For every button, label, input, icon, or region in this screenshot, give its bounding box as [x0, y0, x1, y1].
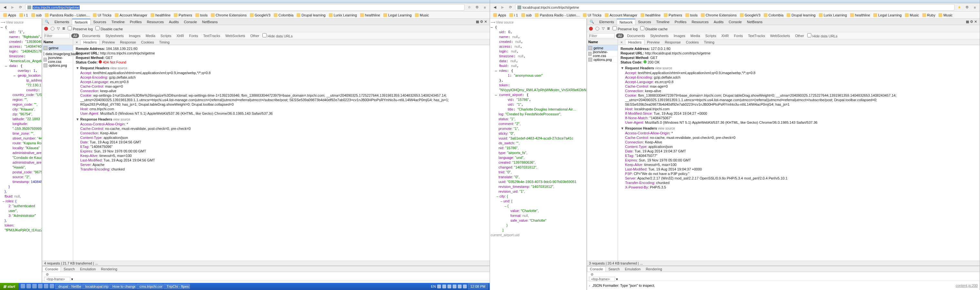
bookmark-star-icon[interactable]: ☆	[466, 5, 472, 10]
start-button[interactable]: ⊞start	[0, 283, 18, 290]
devtools-tab-network[interactable]: Network	[72, 19, 91, 25]
timeline-icon[interactable]: ≣	[607, 27, 610, 31]
filter-input[interactable]	[589, 33, 615, 38]
bookmark-item[interactable]: Pandora Radio - Listen…	[43, 13, 91, 17]
quicklaunch-icon[interactable]	[26, 284, 31, 288]
request-row[interactable]: jsonview-core.css	[42, 57, 73, 62]
devtools-drawer-toggle[interactable]: ▦ ⚙ ✕	[473, 19, 490, 25]
bookmark-item[interactable]: Chrome Extensions	[210, 13, 248, 17]
filter-pill-xhr[interactable]: XHR	[719, 33, 730, 38]
header-section[interactable]: ▼ Response Headers view source	[620, 126, 977, 131]
forward-button[interactable]: ▶	[500, 5, 506, 10]
name-header[interactable]: Name	[587, 39, 618, 45]
taskbar-task[interactable]: How to change PHP v…	[109, 284, 136, 289]
bookmark-item[interactable]: Apps	[2, 13, 18, 17]
devtools-tab-console[interactable]: Console	[726, 19, 745, 25]
tab-strip[interactable]	[490, 0, 980, 3]
devtools-drawer-toggle[interactable]: ▦ ⚙ ✕	[963, 19, 980, 25]
tray-icon[interactable]	[442, 285, 446, 288]
menu-icon[interactable]: ≡	[482, 5, 488, 10]
drawer-tab-console[interactable]: Console	[587, 266, 606, 272]
disable-cache-checkbox[interactable]: Disable cache	[95, 26, 123, 31]
bookmark-item[interactable]: i 1	[18, 13, 29, 17]
filter-pill-images[interactable]: Images	[672, 33, 687, 38]
detail-tab-cookies[interactable]: Cookies	[138, 39, 157, 45]
drawer-tab-emulation[interactable]: Emulation	[622, 266, 643, 272]
filter-pill-all[interactable]: All	[616, 33, 624, 38]
filter-pill-texttracks[interactable]: TextTracks	[746, 33, 767, 38]
detail-tab-preview[interactable]: Preview	[100, 39, 117, 45]
headers-body-right[interactable]: Remote Address: 127.0.0.1:80Request URL:…	[618, 45, 980, 261]
detail-tab-response[interactable]: Response	[662, 39, 683, 45]
tray-icon[interactable]	[463, 285, 467, 288]
devtools-tab-resources[interactable]: Resources	[144, 19, 166, 25]
filter-pill-stylesheets[interactable]: Stylesheets	[103, 33, 126, 38]
bookmark-item[interactable]: healthline	[849, 13, 871, 17]
detail-tab-headers[interactable]: Headers	[625, 39, 644, 45]
clear-button[interactable]	[595, 27, 599, 31]
filter-pill-xhr[interactable]: XHR	[174, 33, 186, 38]
bookmark-item[interactable]: sub	[520, 13, 533, 17]
filter-pill-scripts[interactable]: Scripts	[703, 33, 718, 38]
reload-button[interactable]: ⟳	[508, 5, 513, 10]
bookmark-item[interactable]: Partners	[172, 13, 193, 17]
request-row[interactable]: getme	[42, 45, 73, 51]
tray-icon[interactable]	[447, 285, 451, 288]
clear-console-icon[interactable]: ⊘	[44, 271, 50, 277]
filter-pill-all[interactable]: All	[71, 33, 79, 38]
view-source-link[interactable]: view source	[658, 127, 675, 130]
bookmark-item[interactable]: Music	[937, 13, 954, 17]
quicklaunch-icon[interactable]	[44, 284, 48, 288]
filter-pill-images[interactable]: Images	[127, 33, 143, 38]
bookmark-item[interactable]: healthline	[639, 13, 662, 17]
headers-body-left[interactable]: Remote Address: 184.168.139.221:80Reques…	[73, 45, 490, 261]
menu-icon[interactable]: ≡	[972, 5, 978, 10]
drawer-tab-rendering[interactable]: Rendering	[643, 266, 665, 272]
view-source-link[interactable]: view source	[655, 67, 672, 70]
filter-pill-other[interactable]: Other	[793, 33, 806, 38]
close-details-button[interactable]: ×	[618, 39, 625, 45]
tray-icon[interactable]	[437, 285, 441, 288]
filter-input[interactable]	[44, 33, 70, 38]
taskbar-task[interactable]: drupal - NetBeans ID…	[55, 284, 81, 289]
taskbar-task[interactable]: TripChi - ftpes://tripc…	[164, 284, 190, 289]
request-row[interactable]: options.png	[42, 62, 73, 68]
bookmark-item[interactable]: tools	[684, 13, 699, 17]
devtools-search-icon[interactable]: 🔍	[587, 19, 597, 25]
bookmark-item[interactable]: Music	[904, 13, 920, 17]
bookmark-item[interactable]: Drupal learning	[785, 13, 817, 17]
filter-pill-fonts[interactable]: Fonts	[187, 33, 200, 38]
bookmark-item[interactable]: GoogleV3	[248, 13, 272, 17]
filter-pill-media[interactable]: Media	[144, 33, 158, 38]
forward-button[interactable]: ▶	[10, 5, 16, 10]
devtools-search-icon[interactable]: 🔍	[42, 19, 52, 25]
devtools-tab-audits[interactable]: Audits	[166, 19, 181, 25]
name-header[interactable]: Name	[42, 39, 73, 45]
devtools-tab-audits[interactable]: Audits	[711, 19, 726, 25]
bookmark-item[interactable]: Colombia	[272, 13, 294, 17]
preserve-log-checkbox[interactable]: Preserve log	[612, 26, 638, 31]
drawer-tab-search[interactable]: Search	[606, 266, 622, 272]
request-row[interactable]: jsonview-core.css	[587, 51, 618, 57]
filter-icon[interactable]: ▽	[57, 27, 60, 31]
devtools-tab-timeline[interactable]: Timeline	[654, 19, 672, 25]
devtools-tab-network[interactable]: Network	[617, 19, 635, 25]
bookmark-item[interactable]: healthline	[359, 13, 381, 17]
clear-console-icon[interactable]: ⊘	[589, 271, 595, 277]
hide-data-urls-checkbox[interactable]: Hide data URLs	[262, 33, 293, 38]
bookmark-item[interactable]: Partners	[662, 13, 683, 17]
header-section[interactable]: ▼ Request Headers view source	[76, 66, 487, 71]
bookmark-star-icon[interactable]: ★	[956, 5, 962, 10]
filter-pill-other[interactable]: Other	[248, 33, 261, 38]
hide-data-urls-checkbox[interactable]: Hide data URLs	[807, 33, 837, 38]
bookmark-item[interactable]: healthline	[149, 13, 172, 17]
view-source-link[interactable]: view source	[110, 67, 127, 70]
devtools-tab-timeline[interactable]: Timeline	[109, 19, 127, 25]
devtools-tab-profiles[interactable]: Profiles	[672, 19, 689, 25]
header-section[interactable]: ▼ Response Headers view source	[76, 117, 487, 122]
devtools-tab-resources[interactable]: Resources	[689, 19, 711, 25]
taskbar-task[interactable]: cms.tripchi.com/trip…	[136, 284, 163, 289]
header-section[interactable]: ▼ Request Headers view source	[620, 66, 977, 71]
bookmark-item[interactable]: Account Manager	[113, 13, 149, 17]
bookmark-item[interactable]: Music	[414, 13, 430, 17]
